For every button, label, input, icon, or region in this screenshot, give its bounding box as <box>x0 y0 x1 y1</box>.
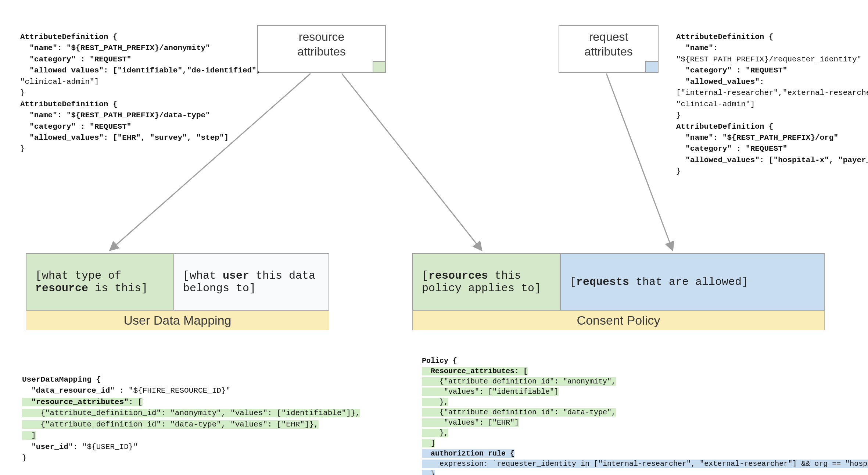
right-attribute-definition-code: AttributeDefinition { "name": "${REST_PA… <box>676 32 868 177</box>
swatch-green <box>373 61 385 72</box>
policy-code: Policy { Resource_attributes: [ {"attrib… <box>422 356 868 475</box>
resource-attributes-title: resource attributes <box>258 26 385 63</box>
pill-text: [requests that are allowed] <box>570 276 748 288</box>
pill-text: [what user this data belongs to] <box>183 269 320 294</box>
left-attribute-definition-code: AttributeDefinition { "name": "${REST_PA… <box>20 32 261 155</box>
user-belongs-pill: [what user this data belongs to] <box>173 253 329 311</box>
request-attributes-title: request attributes <box>559 26 658 63</box>
svg-line-1 <box>342 74 481 250</box>
request-attributes-box: request attributes <box>559 25 659 73</box>
resource-attributes-box: resource attributes <box>257 25 386 73</box>
svg-line-2 <box>606 74 672 250</box>
consent-policy-banner: Consent Policy <box>412 310 825 330</box>
banner-label: User Data Mapping <box>124 313 232 328</box>
user-data-mapping-code: UserDataMapping { "data_resource_id" : "… <box>22 374 360 464</box>
banner-label: Consent Policy <box>577 313 660 328</box>
swatch-blue <box>645 61 658 72</box>
policy-applies-pill: [resources this policy applies to] <box>412 253 561 311</box>
pill-text: [what type of resource is this] <box>35 269 165 294</box>
pill-text: [resources this policy applies to] <box>422 269 551 294</box>
requests-allowed-pill: [requests that are allowed] <box>560 253 825 311</box>
box-line: attributes <box>297 45 346 58</box>
resource-type-pill: [what type of resource is this] <box>26 253 174 311</box>
box-line: resource <box>299 30 345 43</box>
user-data-mapping-banner: User Data Mapping <box>26 310 329 330</box>
box-line: attributes <box>584 45 633 58</box>
box-line: request <box>589 30 628 43</box>
